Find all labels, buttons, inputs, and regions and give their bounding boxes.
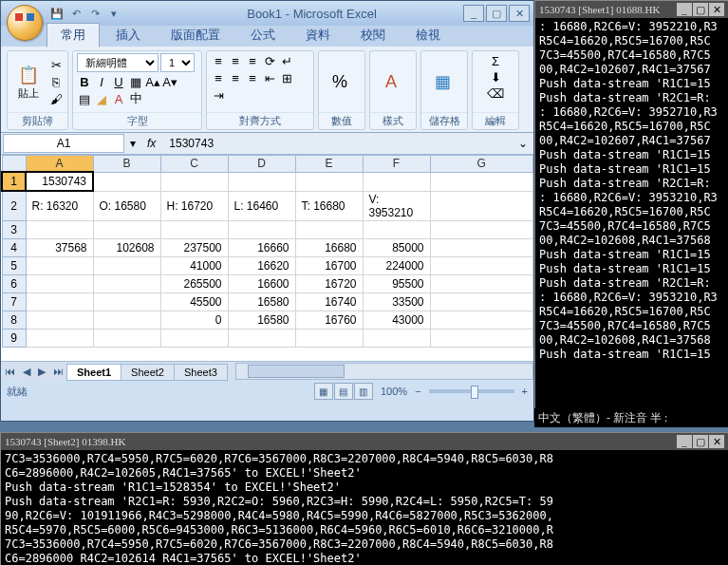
paste-button[interactable]: 📋貼上 xyxy=(11,62,46,103)
tab-view[interactable]: 檢視 xyxy=(401,23,455,47)
orientation-icon[interactable]: ⟳ xyxy=(262,53,277,68)
tab-home[interactable]: 常用 xyxy=(47,23,100,47)
cell[interactable] xyxy=(363,220,430,238)
cell[interactable] xyxy=(93,274,160,292)
cell[interactable]: O: 16580 xyxy=(93,191,160,220)
select-all-button[interactable] xyxy=(2,156,26,173)
cut-icon[interactable]: ✂ xyxy=(48,57,64,72)
zoom-slider[interactable] xyxy=(429,389,514,393)
row-header[interactable]: 3 xyxy=(2,220,26,238)
cell[interactable] xyxy=(430,274,533,292)
copy-icon[interactable]: ⎘ xyxy=(48,74,64,89)
console2-output[interactable]: 7C3=3536000,R7C4=5950,R7C5=6020,R7C6=356… xyxy=(1,450,728,565)
row-header[interactable]: 4 xyxy=(2,238,26,256)
cell[interactable]: 85000 xyxy=(363,238,430,256)
cell[interactable]: 16620 xyxy=(228,256,295,274)
namebox-dropdown-icon[interactable]: ▾ xyxy=(126,137,140,150)
font-color-button[interactable]: A xyxy=(111,91,126,106)
sheet-tab[interactable]: Sheet3 xyxy=(174,364,228,381)
formula-expand-icon[interactable]: ⌄ xyxy=(513,137,533,150)
restore-button[interactable]: ▢ xyxy=(486,5,507,22)
fill-color-button[interactable]: ◢ xyxy=(94,91,109,106)
cell[interactable]: 16580 xyxy=(228,292,295,311)
close-button[interactable]: ✕ xyxy=(509,5,530,22)
row-header[interactable]: 7 xyxy=(2,292,26,311)
sheet-nav-next-icon[interactable]: ▶ xyxy=(34,366,49,378)
fill-icon[interactable]: ⬇ xyxy=(488,69,503,85)
cell[interactable] xyxy=(93,220,160,238)
cell[interactable] xyxy=(26,311,93,329)
horizontal-scrollbar[interactable] xyxy=(235,363,533,380)
sheet-nav-prev-icon[interactable]: ◀ xyxy=(19,366,34,378)
cell[interactable] xyxy=(160,329,228,347)
row-header[interactable]: 6 xyxy=(2,274,26,292)
formula-input[interactable]: 1530743 xyxy=(163,135,513,152)
align-left-icon[interactable]: ≡ xyxy=(211,70,226,85)
zoom-out-button[interactable]: − xyxy=(415,386,420,397)
grow-font-button[interactable]: A▴ xyxy=(145,74,160,89)
cell[interactable]: T: 16680 xyxy=(295,191,363,220)
qat-dropdown-icon[interactable]: ▾ xyxy=(105,5,122,22)
cell[interactable]: H: 16720 xyxy=(160,191,228,220)
col-header[interactable]: A xyxy=(26,156,93,173)
cell[interactable] xyxy=(430,238,533,256)
cell[interactable]: 43000 xyxy=(363,311,430,329)
cell[interactable] xyxy=(160,172,228,191)
indent-inc-icon[interactable]: ⇥ xyxy=(211,87,226,103)
cell[interactable] xyxy=(295,329,363,347)
sheet-tab[interactable]: Sheet2 xyxy=(121,364,175,381)
cell[interactable] xyxy=(363,329,430,347)
cell[interactable]: 16700 xyxy=(295,256,363,274)
row-header[interactable]: 9 xyxy=(2,329,26,347)
minimize-button[interactable]: _ xyxy=(463,5,484,22)
cell[interactable] xyxy=(430,220,533,238)
name-box[interactable]: A1 xyxy=(3,134,124,153)
cell[interactable]: 16680 xyxy=(295,238,363,256)
qat-undo-icon[interactable]: ↶ xyxy=(67,5,84,22)
row-header[interactable]: 5 xyxy=(2,256,26,274)
font-size-select[interactable]: 12 xyxy=(160,53,195,72)
ime-status-bar[interactable]: 中文（繁體）- 新注音 半 : xyxy=(534,408,728,427)
office-button[interactable] xyxy=(7,5,43,41)
cell[interactable]: 16720 xyxy=(295,274,363,292)
fx-icon[interactable]: fx xyxy=(140,137,163,150)
tab-pagelayout[interactable]: 版面配置 xyxy=(157,23,234,47)
console1-output[interactable]: : 16680,R2C6=V: 3952210,R3 R5C4=16620,R5… xyxy=(535,18,728,364)
align-right-icon[interactable]: ≡ xyxy=(245,70,260,85)
cell[interactable]: 224000 xyxy=(363,256,430,274)
qat-redo-icon[interactable]: ↷ xyxy=(86,5,103,22)
clear-icon[interactable]: ⌫ xyxy=(488,85,503,101)
wrap-text-icon[interactable]: ↵ xyxy=(279,53,294,68)
cell[interactable]: 102608 xyxy=(93,238,160,256)
align-middle-icon[interactable]: ≡ xyxy=(228,53,243,68)
tab-data[interactable]: 資料 xyxy=(291,23,345,47)
indent-dec-icon[interactable]: ⇤ xyxy=(262,70,277,85)
normal-view-button[interactable]: ▦ xyxy=(314,383,333,400)
underline-button[interactable]: U xyxy=(111,74,126,89)
cell[interactable] xyxy=(228,329,295,347)
cell[interactable]: L: 16460 xyxy=(228,191,295,220)
col-header[interactable]: C xyxy=(160,156,228,173)
cell[interactable] xyxy=(430,311,533,329)
cell[interactable] xyxy=(363,172,430,191)
shrink-font-button[interactable]: A▾ xyxy=(162,74,177,89)
phonetic-button[interactable]: 中 xyxy=(128,91,143,106)
row-header[interactable]: 1 xyxy=(2,172,26,191)
cell[interactable]: 16580 xyxy=(228,311,295,329)
cell[interactable]: 37568 xyxy=(26,238,93,256)
cell[interactable]: 95500 xyxy=(363,274,430,292)
col-header[interactable]: B xyxy=(93,156,160,173)
close-button[interactable]: ✕ xyxy=(709,3,724,16)
maximize-button[interactable]: ▢ xyxy=(693,3,708,16)
zoom-level[interactable]: 100% xyxy=(381,386,407,397)
cell[interactable] xyxy=(93,172,160,191)
cell[interactable]: 33500 xyxy=(363,292,430,311)
cell[interactable] xyxy=(295,220,363,238)
align-bottom-icon[interactable]: ≡ xyxy=(245,53,260,68)
border-button[interactable]: ▦ xyxy=(128,74,143,89)
styles-button[interactable]: A xyxy=(374,68,408,95)
zoom-in-button[interactable]: + xyxy=(522,386,528,397)
cell[interactable]: 0 xyxy=(160,311,228,329)
cell[interactable]: 237500 xyxy=(160,238,228,256)
cell[interactable]: 45500 xyxy=(160,292,228,311)
